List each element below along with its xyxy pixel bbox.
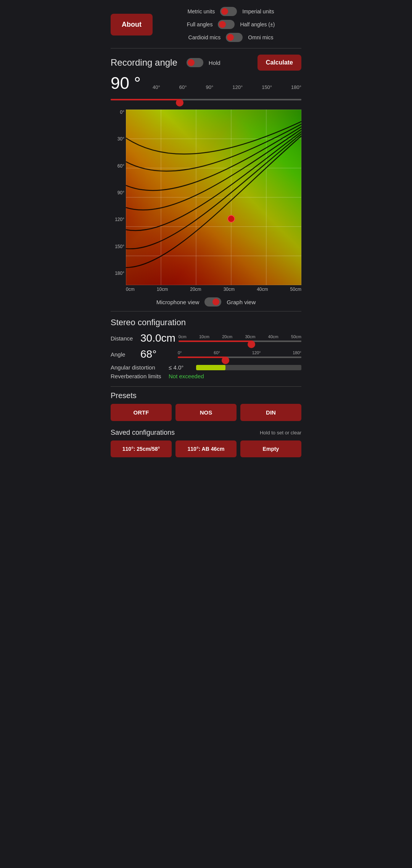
- recording-angle-slider[interactable]: [111, 99, 301, 100]
- x-label-20: 20cm: [190, 287, 201, 292]
- cardioid-mics-label: Cardioid mics: [188, 34, 221, 40]
- y-label-150: 150°: [111, 244, 124, 249]
- about-button[interactable]: About: [111, 14, 153, 35]
- mics-toggle[interactable]: [226, 33, 243, 42]
- angle-value: 68°: [140, 348, 175, 360]
- divider-1: [111, 48, 301, 48]
- divider-2: [111, 311, 301, 311]
- saved-config-3-button[interactable]: Empty: [240, 440, 301, 457]
- distance-label: Distance: [111, 335, 137, 342]
- reverb-value: Not exceeded: [169, 373, 204, 379]
- mics-toggle-knob: [227, 34, 234, 41]
- imperial-units-label: Imperial units: [242, 8, 274, 15]
- omni-mics-label: Omni mics: [248, 34, 273, 40]
- y-label-60: 60°: [111, 163, 124, 169]
- distortion-value: ≤ 4.0°: [169, 364, 192, 371]
- divider-3: [111, 386, 301, 387]
- x-label-40: 40cm: [257, 287, 268, 292]
- hold-toggle[interactable]: [187, 58, 203, 67]
- view-toggle-knob: [212, 298, 219, 305]
- preset-nos-button[interactable]: NOS: [175, 404, 237, 421]
- preset-din-button[interactable]: DIN: [240, 404, 301, 421]
- microphone-view-label: Microphone view: [156, 299, 200, 305]
- angle-label: Angle: [111, 351, 137, 358]
- saved-hint: Hold to set or clear: [260, 430, 301, 436]
- saved-title: Saved configurations: [111, 429, 175, 437]
- saved-config-2-button[interactable]: 110°: AB 46cm: [175, 440, 237, 457]
- angle-row: Angle 68° 0° 60° 120° 180°: [111, 348, 301, 360]
- distance-row: Distance 30.0cm 0cm 10cm 20cm 30cm 40cm …: [111, 332, 301, 344]
- distortion-bar: [196, 365, 225, 370]
- distortion-bar-container: [196, 365, 301, 370]
- x-label-30: 30cm: [224, 287, 235, 292]
- dist-scale-0: 0cm: [179, 334, 187, 339]
- chart-section: 180° 150° 120° 90° 60° 30° 0° 0cm 10cm 2…: [103, 108, 309, 294]
- angle-slider[interactable]: [178, 357, 301, 358]
- recording-angle-value: 90 °: [111, 74, 145, 93]
- y-label-0: 0°: [111, 110, 124, 115]
- units-toggle[interactable]: [220, 7, 237, 16]
- preset-ortf-button[interactable]: ORTF: [111, 404, 172, 421]
- y-axis-labels: 180° 150° 120° 90° 60° 30° 0°: [111, 110, 124, 285]
- chart-canvas: [126, 110, 301, 285]
- y-label-90: 90°: [111, 190, 124, 195]
- toggle-row-units: Metric units Imperial units: [160, 7, 301, 16]
- scale-180: 180°: [291, 84, 301, 90]
- view-toggle[interactable]: [204, 297, 221, 307]
- reverb-row: Reverberation limits Not exceeded: [111, 373, 301, 379]
- presets-row: ORTF NOS DIN: [111, 404, 301, 421]
- scale-40: 40°: [153, 84, 160, 90]
- y-label-30: 30°: [111, 136, 124, 142]
- angle-scale-0: 0°: [178, 350, 182, 355]
- toggle-row-angles: Full angles Half angles (±): [160, 20, 301, 29]
- dist-scale-20: 20cm: [222, 334, 232, 339]
- dist-scale-10: 10cm: [199, 334, 209, 339]
- recording-header: Recording angle Hold Calculate: [111, 55, 301, 71]
- angle-scale-180: 180°: [293, 350, 301, 355]
- presets-title: Presets: [111, 391, 301, 400]
- y-label-180: 180°: [111, 271, 124, 276]
- scale-150: 150°: [262, 84, 272, 90]
- calculate-button[interactable]: Calculate: [258, 55, 301, 71]
- angle-scale: 40° 60° 90° 120° 150° 180°: [149, 84, 301, 90]
- scale-60: 60°: [179, 84, 187, 90]
- units-toggle-knob: [221, 8, 228, 15]
- angles-toggle-knob: [219, 21, 226, 28]
- x-axis-labels: 0cm 10cm 20cm 30cm 40cm 50cm: [111, 287, 301, 292]
- toggle-options: Metric units Imperial units Full angles …: [160, 7, 301, 42]
- graph-view-label: Graph view: [227, 299, 256, 305]
- saved-section: Saved configurations Hold to set or clea…: [103, 428, 309, 463]
- saved-row: 110°: 25cm/58° 110°: AB 46cm Empty: [111, 440, 301, 457]
- distance-slider[interactable]: [179, 340, 301, 342]
- half-angles-label: Half angles (±): [240, 21, 275, 27]
- angles-toggle[interactable]: [218, 20, 235, 29]
- dist-scale-30: 30cm: [245, 334, 256, 339]
- presets-section: Presets ORTF NOS DIN: [103, 389, 309, 428]
- dist-scale-40: 40cm: [268, 334, 278, 339]
- stereo-title: Stereo configuration: [111, 318, 301, 328]
- toggle-row-mics: Cardioid mics Omni mics: [160, 33, 301, 42]
- chart-area: [126, 110, 301, 285]
- distance-value: 30.0cm: [140, 332, 175, 344]
- view-toggle-row: Microphone view Graph view: [103, 294, 309, 309]
- reverb-label: Reverberation limits: [111, 373, 164, 379]
- saved-config-1-button[interactable]: 110°: 25cm/58°: [111, 440, 172, 457]
- distortion-row: Angular distortion ≤ 4.0°: [111, 364, 301, 371]
- chart-wrapper: 180° 150° 120° 90° 60° 30° 0°: [111, 110, 301, 285]
- angle-scale-row: 0° 60° 120° 180°: [178, 350, 301, 355]
- hold-label: Hold: [209, 60, 220, 66]
- scale-90: 90°: [206, 84, 213, 90]
- hold-toggle-knob: [188, 59, 195, 66]
- x-label-50: 50cm: [290, 287, 301, 292]
- angle-scale-60: 60°: [214, 350, 220, 355]
- distance-slider-section: 0cm 10cm 20cm 30cm 40cm 50cm: [179, 334, 301, 342]
- angle-slider-section: 0° 60° 120° 180°: [178, 350, 301, 358]
- metric-units-label: Metric units: [188, 8, 215, 15]
- recording-section: Recording angle Hold Calculate 90 ° 40° …: [103, 51, 309, 108]
- recording-title: Recording angle: [111, 57, 177, 68]
- angle-scale-120: 120°: [252, 350, 261, 355]
- saved-header-row: Saved configurations Hold to set or clea…: [111, 429, 301, 437]
- distortion-label: Angular distortion: [111, 364, 164, 371]
- recording-angle-slider-container: [111, 95, 301, 103]
- x-label-10: 10cm: [157, 287, 168, 292]
